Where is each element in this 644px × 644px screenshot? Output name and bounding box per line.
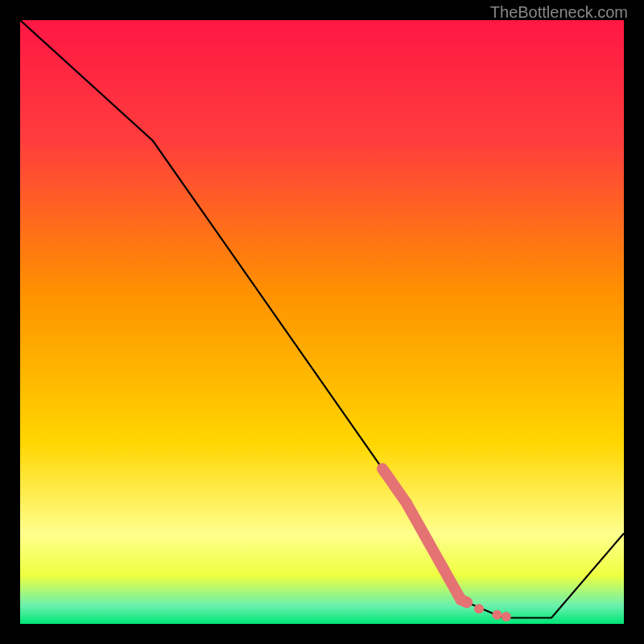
gradient-background — [20, 20, 624, 624]
marker-dot — [502, 612, 511, 621]
marker-dot — [462, 598, 472, 608]
bottleneck-chart — [20, 20, 624, 624]
attribution-text: TheBottleneck.com — [490, 3, 628, 22]
chart-frame — [20, 20, 624, 624]
marker-dot — [474, 604, 484, 613]
marker-dot — [493, 610, 502, 620]
